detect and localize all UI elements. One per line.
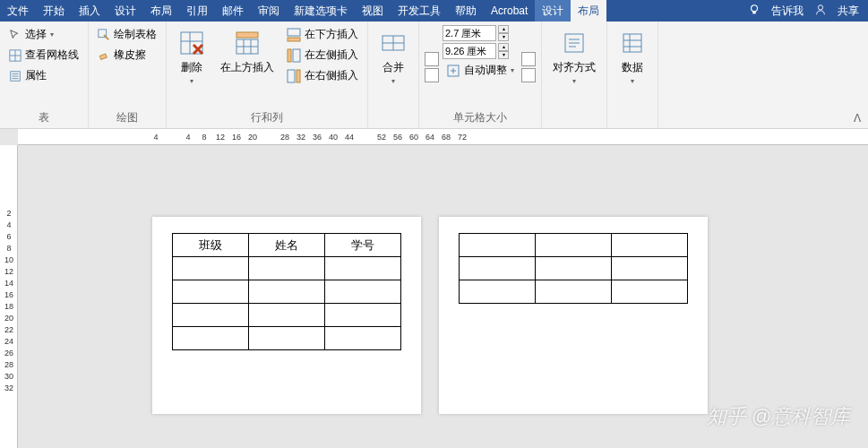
autofit-button[interactable]: 自动调整 ▾ (443, 61, 518, 80)
distribute-cols-icon[interactable] (425, 68, 439, 82)
gridlines-button[interactable]: 查看网格线 (5, 46, 82, 65)
data-button[interactable]: 数据▾ (613, 25, 652, 124)
group-data: 数据▾ (607, 22, 658, 128)
svg-rect-22 (293, 49, 300, 62)
document-table-1[interactable]: 班级 姓名 学号 (172, 233, 401, 350)
chevron-down-icon: ▾ (190, 77, 193, 85)
insert-above-button[interactable]: 在上方插入 (215, 25, 279, 108)
group-data-label (613, 124, 652, 128)
insert-left-label: 在左侧插入 (305, 47, 358, 63)
svg-rect-20 (288, 29, 300, 36)
col-width-field[interactable]: ▴▾ (443, 43, 518, 59)
tab-file[interactable]: 文件 (0, 0, 36, 22)
tab-review[interactable]: 审阅 (251, 0, 287, 22)
group-table: 选择 ▾ 查看网格线 属性 表 (0, 22, 89, 128)
svg-point-2 (818, 4, 822, 9)
row-height-field[interactable]: ▴▾ (443, 25, 518, 41)
group-draw: 绘制表格 橡皮擦 绘图 (89, 22, 167, 128)
insert-below-button[interactable]: 在下方插入 (283, 25, 362, 44)
group-cellsize: ▴▾ ▴▾ 自动调整 ▾ 单元格大小 (419, 22, 542, 128)
table-row: 班级 姓名 学号 (173, 234, 401, 257)
group-table-label: 表 (5, 108, 82, 128)
insert-left-button[interactable]: 在左侧插入 (283, 46, 362, 65)
share-label[interactable]: 共享 (838, 4, 859, 19)
insert-above-label: 在上方插入 (220, 61, 274, 73)
table-row (460, 234, 688, 257)
svg-rect-11 (99, 54, 107, 60)
tab-references[interactable]: 引用 (179, 0, 215, 22)
title-right: 告诉我 共享 (748, 4, 868, 19)
merge-label: 合并 (382, 61, 404, 73)
distribute-cols-button[interactable] (521, 68, 536, 82)
ruler-vertical[interactable]: 2468101214161820222426283032 (0, 145, 18, 448)
tellme-label[interactable]: 告诉我 (771, 4, 804, 19)
chevron-down-icon: ▾ (572, 77, 576, 85)
spin-down-icon[interactable]: ▾ (498, 33, 509, 41)
table-cell[interactable]: 学号 (325, 234, 401, 257)
tab-design[interactable]: 设计 (107, 0, 143, 22)
svg-rect-34 (623, 34, 641, 52)
title-bar: 文件 开始 插入 设计 布局 引用 邮件 审阅 新建选项卡 视图 开发工具 帮助… (0, 0, 868, 22)
spin-up-icon[interactable]: ▴ (498, 25, 509, 33)
insert-right-label: 在右侧插入 (305, 68, 358, 83)
page-1[interactable]: 班级 姓名 学号 (152, 217, 421, 414)
insert-right-button[interactable]: 在右侧插入 (283, 66, 362, 85)
autofit-label: 自动调整 (464, 63, 507, 78)
table-row (460, 280, 688, 304)
collapse-ribbon-icon[interactable]: ᐱ (854, 112, 861, 125)
table-row (460, 257, 688, 280)
insert-below-label: 在下方插入 (305, 27, 358, 42)
chevron-down-icon: ▾ (511, 66, 514, 74)
tab-devtools[interactable]: 开发工具 (391, 0, 448, 22)
eraser-button[interactable]: 橡皮擦 (94, 46, 160, 65)
draw-table-label: 绘制表格 (114, 27, 157, 42)
tab-view[interactable]: 视图 (355, 0, 391, 22)
distribute-rows-button[interactable] (521, 52, 536, 66)
spin-up-icon[interactable]: ▴ (498, 43, 509, 51)
delete-label: 删除 (181, 61, 202, 73)
ruler-horizontal[interactable]: 4481216202832364044525660646872 (18, 129, 868, 145)
tab-home[interactable]: 开始 (36, 0, 72, 22)
document-canvas[interactable]: 班级 姓名 学号 (18, 145, 868, 448)
group-draw-label: 绘图 (94, 108, 160, 128)
svg-rect-24 (288, 70, 295, 82)
tab-insert[interactable]: 插入 (72, 0, 107, 22)
spin-down-icon[interactable]: ▾ (498, 51, 509, 59)
merge-button[interactable]: 合并▾ (374, 25, 413, 124)
tab-table-design[interactable]: 设计 (535, 0, 571, 22)
ribbon: 选择 ▾ 查看网格线 属性 表 绘制表格 (0, 22, 868, 129)
tab-layout[interactable]: 布局 (143, 0, 179, 22)
share-icon (814, 4, 827, 19)
page-2[interactable] (439, 217, 708, 414)
row-height-input[interactable] (443, 25, 496, 41)
gridlines-label: 查看网格线 (25, 47, 79, 63)
document-table-2[interactable] (459, 233, 688, 304)
tab-acrobat[interactable]: Acrobat (484, 0, 535, 22)
alignment-label: 对齐方式 (553, 61, 596, 73)
data-label: 数据 (622, 61, 643, 73)
svg-rect-21 (288, 38, 300, 41)
table-cell[interactable]: 姓名 (249, 234, 325, 257)
tab-mailings[interactable]: 邮件 (215, 0, 251, 22)
group-alignment-label (547, 124, 601, 128)
chevron-down-icon: ▾ (391, 77, 395, 85)
distribute-rows-icon[interactable] (425, 52, 439, 66)
tab-newtab[interactable]: 新建选项卡 (287, 0, 355, 22)
table-row (173, 257, 401, 280)
tab-table-layout[interactable]: 布局 (571, 0, 606, 22)
select-button[interactable]: 选择 ▾ (5, 25, 82, 44)
svg-rect-1 (752, 11, 756, 13)
svg-rect-19 (236, 32, 258, 38)
table-row (173, 327, 401, 350)
properties-button[interactable]: 属性 (5, 66, 82, 85)
table-cell[interactable]: 班级 (173, 234, 249, 257)
alignment-button[interactable]: 对齐方式▾ (547, 25, 601, 124)
tab-help[interactable]: 帮助 (448, 0, 484, 22)
group-cellsize-label: 单元格大小 (425, 108, 536, 128)
col-width-input[interactable] (443, 43, 496, 59)
delete-button[interactable]: 删除▾ (172, 25, 211, 108)
draw-table-button[interactable]: 绘制表格 (94, 25, 160, 44)
table-row (173, 280, 401, 304)
svg-rect-25 (296, 70, 300, 82)
group-rowscols-label: 行和列 (172, 108, 362, 128)
